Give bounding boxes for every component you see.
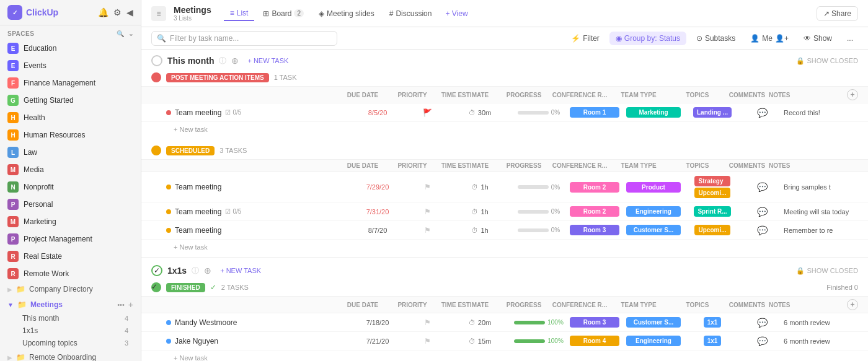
scheduled-badge: SCHEDULED [166,146,215,155]
time-icon-f1: ⏱ [469,319,476,326]
collapse-icon[interactable]: ◀ [126,7,133,17]
col-f-progress: PROGRESS [496,302,552,308]
s-task-2-due: 7/31/20 [350,208,405,215]
sidebar-item-getting-started[interactable]: G Getting Started [0,92,141,109]
f-task-1-comments[interactable]: 💬 [740,318,784,328]
col-header-topics: TOPICS [670,92,725,98]
add-col-btn[interactable]: + [847,89,858,100]
new-task-link-finished[interactable]: + New task [174,354,208,361]
nav-list[interactable]: ≡ List [224,6,255,21]
scheduled-header: SCHEDULED 3 TASKS [141,142,868,159]
f-task-2-priority[interactable]: ⚑ [405,337,449,346]
time-icon-1: ⏱ [469,109,476,116]
add-col-btn-f[interactable]: + [847,299,858,310]
1x1s-show-closed-label: SHOW CLOSED [807,267,858,274]
ro-expand-icon: ▶ [7,354,12,361]
1x1s-circle: ✓ [151,265,162,276]
task-checkbox-1[interactable]: ☑ 0/5 [225,109,241,116]
meetings-more-icon[interactable]: ••• [117,301,125,308]
s-task-3-comments[interactable]: 💬 [740,225,784,235]
nav-slides[interactable]: ◈ Meeting slides [312,7,381,20]
app-logo[interactable]: ✓ ClickUp [7,5,58,20]
ro-folder-icon: 📁 [16,353,25,361]
1x1s-new-task[interactable]: + NEW TASK [216,266,265,276]
chat-icon-s2: 💬 [757,207,768,217]
meetings-1x1s[interactable]: 1x1s 4 [17,324,133,337]
sidebar-item-nonprofit[interactable]: N Nonprofit [0,178,141,196]
s-task-3-name[interactable]: Team meeting [175,226,221,235]
filter-btn[interactable]: ⚡ Filter [566,32,604,45]
company-directory-folder[interactable]: ▶ 📁 Company Directory [0,282,141,296]
s-task-2-name[interactable]: Team meeting [175,207,221,216]
f-task-1-name[interactable]: Mandy Westmoore [175,318,237,327]
search-box[interactable]: 🔍 Filter by task name... [151,31,337,46]
settings-icon[interactable]: ⚙ [113,7,122,17]
1x1s-show-closed[interactable]: 🔒 SHOW CLOSED [796,267,858,275]
f-task-1-priority[interactable]: ⚑ [405,318,449,327]
sidebar-item-media[interactable]: M Media [0,161,141,178]
this-month-new-task[interactable]: + NEW TASK [244,56,292,66]
sidebar-item-events[interactable]: E Events [0,57,141,74]
s-task-2-checkbox[interactable]: ☑ 0/5 [225,208,241,215]
sidebar-item-marketing[interactable]: M Marketing [0,213,141,230]
nav-slides-label: Meeting slides [327,9,374,18]
subtasks-btn[interactable]: ⊙ Subtasks [691,32,740,45]
sidebar-item-project-mgmt[interactable]: P Project Management [0,230,141,248]
this-month-circle [151,55,162,66]
sidebar-item-real-estate[interactable]: R Real Estate [0,248,141,265]
share-button[interactable]: ↗ Share [817,6,858,21]
this-month-show-closed[interactable]: 🔒 SHOW CLOSED [796,57,858,65]
nav-board[interactable]: ⊞ Board 2 [257,7,310,20]
f-task-2-comments[interactable]: 💬 [740,336,784,346]
more-btn[interactable]: ... [842,32,858,45]
f-task-2-name[interactable]: Jake Nguyen [175,337,218,346]
expand-icon[interactable]: ⌄ [128,30,134,37]
main-content: ≡ Meetings 3 Lists ≡ List ⊞ Board 2 ◈ Me… [141,0,868,361]
task-comments-1[interactable]: 💬 [740,108,784,118]
group-by-btn[interactable]: ◉ Group by: Status [609,32,686,45]
f-task-1-notes: 6 month review [784,319,858,326]
col-headers-scheduled: DUE DATE PRIORITY TIME ESTIMATE PROGRESS… [141,159,868,172]
time-val-s1: 1h [480,183,488,191]
progress-pct-f2: 100% [547,337,564,344]
search-icon[interactable]: 🔍 [117,30,125,37]
s-task-1-priority[interactable]: ⚑ [405,183,449,191]
priority-flag-s3: ⚑ [424,226,431,235]
this-month-add-icon[interactable]: ⊕ [231,56,239,66]
meetings-this-month[interactable]: This month 4 [17,312,133,324]
filter-label: Filter [583,34,600,43]
task-priority-1[interactable]: 🚩 [405,108,449,117]
1x1s-info-icon: ⓘ [192,266,199,276]
sidebar-item-health[interactable]: H Health [0,109,141,126]
me-btn[interactable]: 👤 Me 👤+ [745,32,794,45]
sidebar-item-remote-work[interactable]: R Remote Work [0,265,141,282]
s-task-3-priority[interactable]: ⚑ [405,226,449,235]
s-task-1-progress: 0% [511,184,567,191]
conf-badge-1: Room 1 [570,107,619,118]
remote-onboarding-folder[interactable]: ▶ 📁 Remote Onboarding [0,350,141,361]
meetings-upcoming[interactable]: Upcoming topics 3 [17,337,133,349]
sidebar-item-finance[interactable]: F Finance Management [0,74,141,92]
folder-icon: 📁 [16,285,25,294]
add-view-btn[interactable]: + View [440,7,472,20]
new-task-link-1[interactable]: + New task [174,126,208,133]
1x1s-add-icon[interactable]: ⊕ [204,266,211,276]
s-task-2-comments[interactable]: 💬 [740,207,784,217]
time-val-f1: 20m [478,319,491,326]
task-name-1[interactable]: Team meeting [175,108,221,117]
post-meeting-header: POST MEETING ACTION ITEMS 1 TASK [141,69,868,86]
finished-header: ✓ FINISHED ✓ 2 TASKS Finished 0 [141,279,868,296]
sidebar-item-personal[interactable]: P Personal [0,196,141,213]
s-task-2-priority[interactable]: ⚑ [405,207,449,216]
meetings-add-icon[interactable]: + [128,300,133,310]
show-btn[interactable]: 👁 Show [799,32,837,45]
bell-icon[interactable]: 🔔 [98,7,108,17]
nav-discussion[interactable]: # Discussion [383,7,438,20]
sidebar-item-education[interactable]: E Education [0,40,141,57]
s-task-1-name[interactable]: Team meeting [175,183,221,191]
sidebar-item-law[interactable]: L Law [0,144,141,161]
sidebar-item-hr[interactable]: H Human Resources [0,126,141,144]
new-task-link-scheduled[interactable]: + New task [174,243,208,251]
meetings-folder-icon: 📁 [17,300,27,309]
s-task-1-comments[interactable]: 💬 [740,182,784,192]
